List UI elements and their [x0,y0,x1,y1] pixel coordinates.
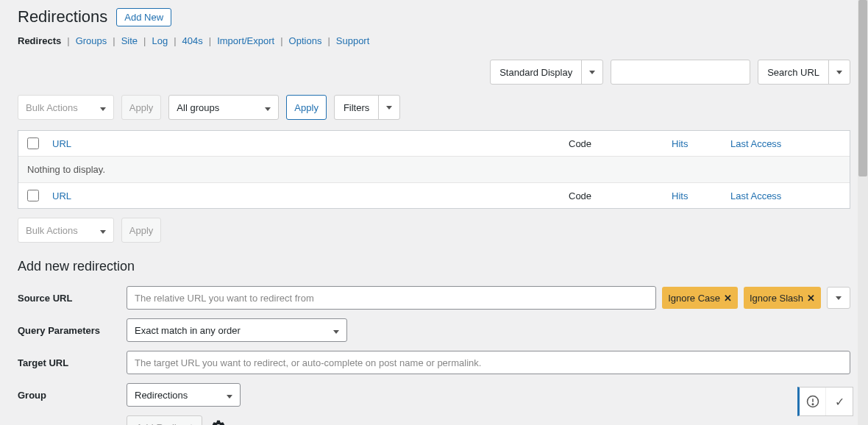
add-redirect-button[interactable]: Add Redirect [127,415,202,425]
col-last-access[interactable]: Last Access [730,138,841,149]
display-mode-select[interactable]: Standard Display [490,60,603,85]
nav-site[interactable]: Site [121,35,138,46]
select-all-checkbox[interactable] [27,138,39,149]
gear-icon[interactable] [211,419,226,426]
chevron-down-icon [100,102,106,113]
chevron-down-icon [333,325,339,336]
chevron-down-icon [265,102,271,113]
empty-message: Nothing to display. [27,164,105,175]
search-input-wrapper[interactable] [611,60,750,85]
sub-nav: Redirects| Groups| Site| Log| 404s| Impo… [18,35,850,46]
ignore-case-label: Ignore Case [668,293,720,304]
group-filter-select[interactable]: All groups [168,95,279,120]
search-input[interactable] [619,67,742,78]
nav-404s[interactable]: 404s [182,35,203,46]
add-new-button[interactable]: Add New [116,8,171,26]
bulk-actions-label: Bulk Actions [26,102,78,113]
bulk-actions-select-bottom[interactable]: Bulk Actions [18,218,114,243]
nav-redirects[interactable]: Redirects [18,35,61,46]
col-url[interactable]: URL [52,190,569,201]
url-options-dropdown[interactable] [827,287,850,309]
target-url-label: Target URL [18,357,127,368]
close-icon[interactable]: ✕ [724,293,732,304]
table-empty-row: Nothing to display. [18,157,850,183]
query-params-label: Query Parameters [18,325,127,336]
col-last-access[interactable]: Last Access [730,190,841,201]
bulk-actions-select[interactable]: Bulk Actions [18,95,114,120]
chevron-down-icon [227,390,232,401]
select-all-checkbox-bottom[interactable] [27,190,39,201]
page-title: Redirections [18,7,107,26]
source-url-label: Source URL [18,293,127,304]
display-mode-label: Standard Display [491,60,581,84]
group-filter-label: All groups [177,102,219,113]
table-header: URL Code Hits Last Access [18,131,850,157]
ignore-slash-tag[interactable]: Ignore Slash ✕ [744,287,821,309]
ignore-case-tag[interactable]: Ignore Case ✕ [662,287,738,309]
source-url-input[interactable] [127,286,656,310]
check-icon[interactable]: ✓ [826,388,853,415]
query-params-select[interactable]: Exact match in any order [127,318,347,342]
redirects-table: URL Code Hits Last Access Nothing to dis… [18,130,850,209]
chevron-down-icon[interactable] [828,60,850,84]
bulk-actions-label: Bulk Actions [26,225,78,236]
apply-button-bottom[interactable]: Apply [121,218,162,243]
group-label: Group [18,390,127,401]
apply-filter-button[interactable]: Apply [286,95,327,120]
ignore-slash-label: Ignore Slash [750,293,803,304]
col-hits[interactable]: Hits [672,138,730,149]
table-footer: URL Code Hits Last Access [18,183,850,208]
col-hits[interactable]: Hits [672,190,730,201]
chevron-down-icon [100,225,106,236]
group-select[interactable]: Redirections [127,383,241,407]
close-icon[interactable]: ✕ [807,293,815,304]
chevron-down-icon[interactable] [581,60,602,84]
filters-label: Filters [335,96,378,119]
col-code: Code [569,138,672,149]
scrollbar-thumb[interactable] [858,0,867,176]
col-url[interactable]: URL [52,138,569,149]
target-url-input[interactable] [127,351,850,374]
nav-options[interactable]: Options [289,35,322,46]
alert-icon[interactable] [800,388,826,415]
nav-log[interactable]: Log [152,35,168,46]
col-code: Code [569,190,672,201]
scrollbar[interactable] [858,0,868,425]
svg-point-2 [812,404,814,405]
chevron-down-icon[interactable] [378,96,399,119]
nav-support[interactable]: Support [336,35,370,46]
add-redirection-title: Add new redirection [18,259,850,274]
nav-groups[interactable]: Groups [76,35,107,46]
query-params-value: Exact match in any order [135,325,241,336]
search-url-button[interactable]: Search URL [758,60,850,85]
search-url-label: Search URL [758,60,828,84]
filters-button[interactable]: Filters [334,95,400,120]
status-bar: ✓ [797,387,853,416]
apply-button-top[interactable]: Apply [121,95,162,120]
nav-import-export[interactable]: Import/Export [217,35,274,46]
group-value: Redirections [135,390,188,401]
